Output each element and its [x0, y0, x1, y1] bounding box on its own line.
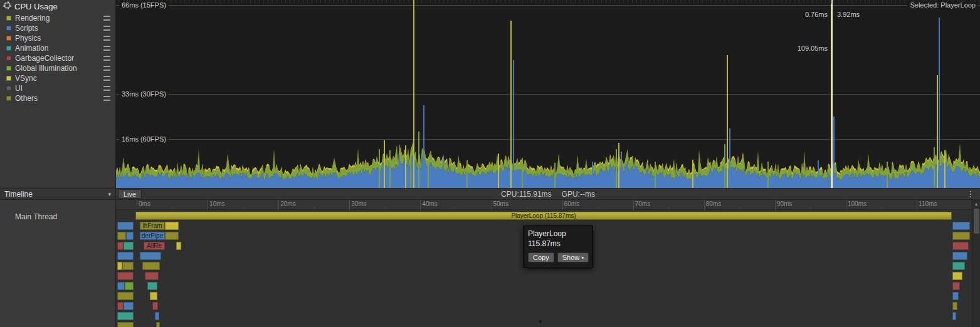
timeline-span[interactable] [155, 312, 159, 320]
legend-item-scripts[interactable]: Scripts [0, 23, 115, 33]
timeline-span[interactable] [117, 232, 126, 240]
timeline-span[interactable] [124, 302, 134, 310]
drag-handle-icon[interactable] [103, 66, 110, 71]
collapse-pane-icon[interactable]: ▾ [539, 318, 542, 326]
thread-label: Main Thread [15, 212, 57, 221]
timeline-span[interactable] [126, 232, 134, 240]
view-mode-dropdown[interactable]: Timeline ▾ [0, 189, 116, 199]
drag-handle-icon[interactable] [103, 46, 110, 51]
timeline-span-ihfram[interactable]: ihFram [140, 222, 165, 230]
timeline-span[interactable] [952, 292, 959, 300]
timeline-span[interactable] [125, 282, 134, 290]
drag-handle-icon[interactable] [103, 86, 110, 91]
timeline-canvas[interactable]: 0ms10ms20ms30ms40ms50ms60ms70ms80ms90ms1… [116, 200, 972, 327]
ruler-tick [137, 200, 137, 210]
unity-profiler-window: CPU Usage RenderingScriptsPhysicsAnimati… [0, 0, 980, 327]
copy-button[interactable]: Copy [528, 252, 554, 262]
ruler-tick-label: 90ms [777, 200, 792, 207]
timeline-span[interactable] [147, 282, 157, 290]
timeline-span[interactable] [145, 272, 159, 280]
legend-item-vsync[interactable]: VSync [0, 73, 115, 83]
frame-stats: CPU:115.91ms GPU:--ms [116, 189, 980, 199]
timeline-span[interactable] [117, 302, 124, 310]
timeline-span[interactable] [117, 292, 134, 300]
ruler-tick [208, 200, 208, 210]
chevron-down-icon: ▾ [581, 255, 584, 261]
ruler-minor-tick [810, 207, 811, 209]
timeline-span[interactable] [952, 282, 960, 290]
legend-item-ui[interactable]: UI [0, 83, 115, 93]
timeline-span[interactable] [952, 232, 970, 240]
timeline-span-allre[interactable]: AllRe [144, 242, 165, 250]
drag-handle-icon[interactable] [103, 76, 110, 81]
legend-item-animation[interactable]: Animation [0, 43, 115, 53]
context-menu-icon[interactable]: ⋮ [963, 189, 977, 199]
selected-frame-indicator[interactable] [831, 0, 833, 188]
timeline-span[interactable] [117, 322, 134, 327]
scroll-up-icon[interactable]: ▲ [972, 200, 980, 207]
vertical-scrollbar[interactable]: ▲ [972, 200, 980, 327]
legend-item-garbagecollector[interactable]: GarbageCollector [0, 53, 115, 63]
timeline-span[interactable] [152, 302, 158, 310]
timeline-section: Main Thread 0ms10ms20ms30ms40ms50ms60ms7… [0, 200, 980, 327]
timeline-span-playerloop[interactable]: PlayerLoop (115.87ms) [135, 212, 952, 220]
show-button[interactable]: Show ▾ [557, 252, 589, 262]
chevron-down-icon: ▾ [108, 191, 111, 197]
scrollbar-thumb[interactable] [974, 209, 979, 234]
drag-handle-icon[interactable] [103, 36, 110, 41]
timeline-span[interactable] [117, 242, 124, 250]
timeline-span[interactable] [117, 252, 134, 260]
gridline-label: 16ms (60FPS) [119, 135, 169, 144]
ruler-tick [562, 200, 563, 210]
legend-color-swatch [6, 56, 11, 61]
ruler-minor-tick [456, 207, 456, 209]
frame-time-annotation: 0.76ms [803, 10, 830, 19]
timeline-span[interactable] [117, 282, 125, 290]
timeline-span[interactable] [140, 252, 161, 260]
timeline-span[interactable] [952, 302, 957, 310]
ruler-minor-tick [172, 207, 173, 209]
cpu-usage-chart[interactable]: Selected: PlayerLoop 66ms (15FPS)33ms (3… [116, 0, 980, 188]
timeline-span-derpipe[interactable]: derPipe [140, 232, 165, 240]
legend-label: Animation [15, 44, 100, 53]
drag-handle-icon[interactable] [103, 26, 110, 31]
timeline-span[interactable] [122, 262, 134, 270]
timeline-span[interactable] [117, 272, 134, 280]
legend-item-others[interactable]: Others [0, 93, 115, 103]
cpu-chart-canvas[interactable] [116, 0, 980, 188]
drag-handle-icon[interactable] [103, 16, 110, 21]
timeline-span[interactable] [952, 222, 970, 230]
legend-item-global-illumination[interactable]: Global Illumination [0, 63, 115, 73]
drag-handle-icon[interactable] [103, 96, 110, 101]
legend-item-physics[interactable]: Physics [0, 33, 115, 43]
thread-list-panel: Main Thread [0, 200, 116, 327]
drag-handle-icon[interactable] [103, 56, 110, 61]
ruler-tick-label: 0ms [139, 200, 150, 207]
timeline-span[interactable] [124, 242, 134, 250]
legend-color-swatch [6, 16, 11, 21]
legend-item-rendering[interactable]: Rendering [0, 13, 115, 23]
legend-label: VSync [15, 74, 100, 83]
legend-color-swatch [6, 36, 11, 41]
timeline-span[interactable] [952, 262, 965, 270]
time-ruler[interactable]: 0ms10ms20ms30ms40ms50ms60ms70ms80ms90ms1… [116, 200, 972, 210]
gridline-label: 33ms (30FPS) [119, 90, 169, 99]
timeline-span[interactable] [165, 222, 179, 230]
ruler-tick-label: 30ms [351, 200, 366, 207]
timeline-span[interactable] [176, 242, 181, 250]
live-button[interactable]: Live [118, 189, 142, 199]
timeline-span[interactable] [150, 292, 157, 300]
timeline-span[interactable] [165, 232, 179, 240]
timeline-span[interactable] [117, 312, 134, 320]
timeline-span[interactable] [952, 272, 962, 280]
timeline-span[interactable] [117, 262, 122, 270]
timeline-span[interactable] [142, 262, 160, 270]
ruler-tick [349, 200, 350, 210]
timeline-span[interactable] [952, 312, 956, 320]
timeline-span-label: AllRe [147, 242, 162, 249]
timeline-span[interactable] [952, 242, 969, 250]
timeline-span[interactable] [952, 252, 967, 260]
timeline-span[interactable] [156, 322, 160, 327]
timeline-span[interactable] [117, 222, 134, 230]
cpu-module-panel: CPU Usage RenderingScriptsPhysicsAnimati… [0, 0, 116, 188]
